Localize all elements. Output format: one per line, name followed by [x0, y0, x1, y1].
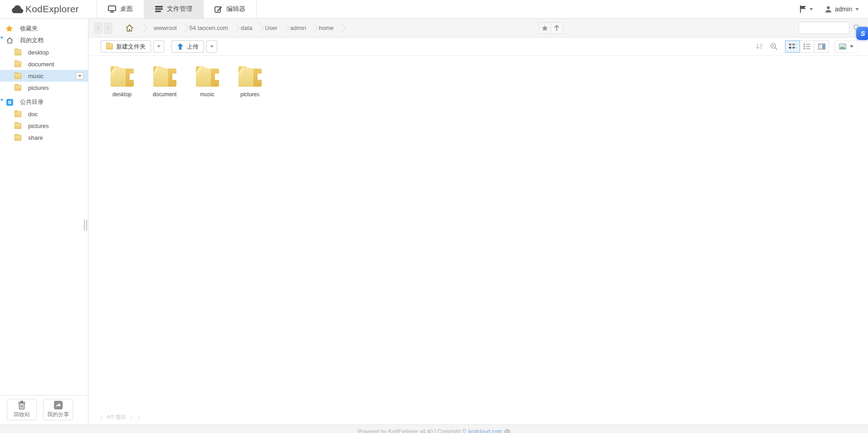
breadcrumb-item[interactable]: wwwroot	[143, 19, 184, 38]
item-menu-button[interactable]	[76, 72, 83, 79]
nav-forward-button[interactable]: ›	[104, 22, 112, 34]
my-share-label: 我的分享	[47, 411, 69, 418]
chevron-down-icon	[850, 45, 853, 48]
folder-icon	[235, 63, 264, 89]
star-icon	[5, 25, 13, 32]
sort-button[interactable]	[753, 41, 765, 53]
sidebar-item-document[interactable]: document	[0, 58, 88, 70]
sidebar-item-label: 我的文档	[20, 36, 44, 44]
header-actions: admin	[800, 0, 868, 18]
sidebar-item-public[interactable]: 公共目录	[0, 96, 88, 108]
nav-back-button[interactable]: ‹	[94, 22, 102, 34]
go-up-button[interactable]	[551, 22, 563, 34]
trash-icon	[18, 401, 26, 409]
file-name: pictures	[240, 91, 259, 98]
folder-icon	[107, 63, 137, 89]
file-item-desktop[interactable]: desktop	[101, 63, 143, 98]
search-input[interactable]	[799, 22, 849, 34]
list-bars-icon	[155, 6, 163, 12]
upload-dropdown[interactable]	[206, 40, 217, 53]
my-share-button[interactable]: 我的分享	[43, 399, 73, 420]
new-folder-dropdown[interactable]	[153, 40, 164, 53]
folder-icon	[150, 63, 179, 89]
chevron-down-icon	[809, 8, 813, 10]
sidebar-item-public-pictures[interactable]: pictures	[0, 120, 88, 132]
sort-icon	[756, 43, 763, 50]
file-name: document	[153, 91, 177, 98]
sidebar-resizer-handle[interactable]	[84, 220, 87, 231]
favorite-path-button[interactable]	[539, 22, 551, 34]
edit-pencil-icon	[215, 5, 222, 13]
sidebar-item-label: 公共目录	[20, 98, 44, 106]
sidebar-item-label: share	[28, 134, 43, 141]
top-bar: KodExplorer 桌面 文件管理	[0, 0, 868, 19]
app-logo[interactable]: KodExplorer	[0, 0, 97, 18]
breadcrumb-home[interactable]	[119, 19, 143, 38]
search-area	[799, 22, 861, 34]
tab-desktop[interactable]: 桌面	[97, 0, 144, 18]
file-name: music	[200, 91, 214, 98]
sidebar-item-my-docs[interactable]: 我的文档	[0, 34, 88, 46]
home-icon	[6, 37, 13, 44]
sidebar-item-label: pictures	[28, 123, 49, 129]
info-icon[interactable]: i	[504, 429, 510, 433]
file-item-pictures[interactable]: pictures	[229, 63, 271, 98]
grid-view-icon	[789, 44, 796, 49]
breadcrumb-item[interactable]: home	[313, 19, 341, 38]
folder-icon	[15, 111, 21, 117]
breadcrumb-item[interactable]: 54.taocen.com	[184, 19, 235, 38]
username-label: admin	[835, 5, 852, 13]
tab-file-manager[interactable]: 文件管理	[144, 0, 203, 18]
split-view-icon	[818, 44, 825, 49]
chevron-down-icon	[855, 8, 859, 10]
sidebar-item-favorites[interactable]: 收藏夹	[0, 23, 88, 34]
breadcrumb-item[interactable]: admin	[285, 19, 313, 38]
flag-icon	[800, 5, 806, 13]
folder-icon	[15, 49, 21, 55]
file-list-area[interactable]: desktop document	[88, 56, 868, 410]
sidebar-item-share[interactable]: share	[0, 132, 88, 143]
share-icon	[54, 401, 63, 409]
new-folder-label: 新建文件夹	[116, 43, 146, 51]
upload-button[interactable]: 上传	[171, 40, 204, 53]
folder-icon	[15, 61, 21, 67]
new-folder-button[interactable]: 新建文件夹	[101, 40, 151, 53]
user-menu[interactable]: admin	[825, 5, 859, 13]
theme-button[interactable]	[834, 40, 858, 53]
extension-badge[interactable]: S	[856, 27, 868, 40]
powered-by-label: Powered by KodExplorer v4.40 | Copyright…	[358, 428, 466, 433]
main-tabs: 桌面 文件管理 编辑器	[97, 0, 257, 18]
breadcrumb-item[interactable]: data	[235, 19, 259, 38]
kodcloud-link[interactable]: kodcloud.com	[468, 428, 502, 433]
file-toolbar: 新建文件夹 上传	[88, 38, 868, 56]
view-icons-button[interactable]	[785, 40, 800, 53]
language-menu[interactable]	[800, 5, 813, 13]
main-panel: ‹ › wwwroot 54.taocen.com data User admi…	[88, 19, 868, 424]
sidebar-item-desktop[interactable]: desktop	[0, 46, 88, 58]
folder-icon	[15, 85, 21, 91]
sidebar-item-doc[interactable]: doc	[0, 108, 88, 120]
recycle-bin-button[interactable]: 回收站	[7, 399, 37, 420]
folder-icon	[106, 44, 113, 49]
file-item-document[interactable]: document	[143, 63, 186, 98]
kodexplorer-app: KodExplorer 桌面 文件管理	[0, 0, 868, 433]
breadcrumb-item[interactable]: User	[259, 19, 284, 38]
sidebar-item-label: music	[28, 73, 44, 79]
zoom-in-icon	[770, 43, 778, 50]
zoom-button[interactable]	[768, 41, 780, 53]
sidebar-item-pictures[interactable]: pictures	[0, 82, 88, 93]
folder-icon	[15, 123, 21, 129]
file-item-music[interactable]: music	[186, 63, 229, 98]
view-split-button[interactable]	[814, 40, 829, 53]
expand-chevron-icon[interactable]	[0, 99, 4, 101]
expand-chevron-icon[interactable]	[0, 37, 4, 39]
tab-label: 桌面	[120, 5, 133, 13]
view-list-button[interactable]	[800, 40, 814, 53]
public-folder-icon	[6, 99, 13, 106]
folder-icon	[15, 135, 21, 141]
home-icon	[125, 24, 134, 32]
tab-editor[interactable]: 编辑器	[203, 0, 257, 18]
theme-image-icon	[839, 44, 846, 49]
sidebar-item-music[interactable]: music	[0, 70, 88, 82]
sidebar-footer: 回收站 我的分享	[0, 395, 88, 424]
